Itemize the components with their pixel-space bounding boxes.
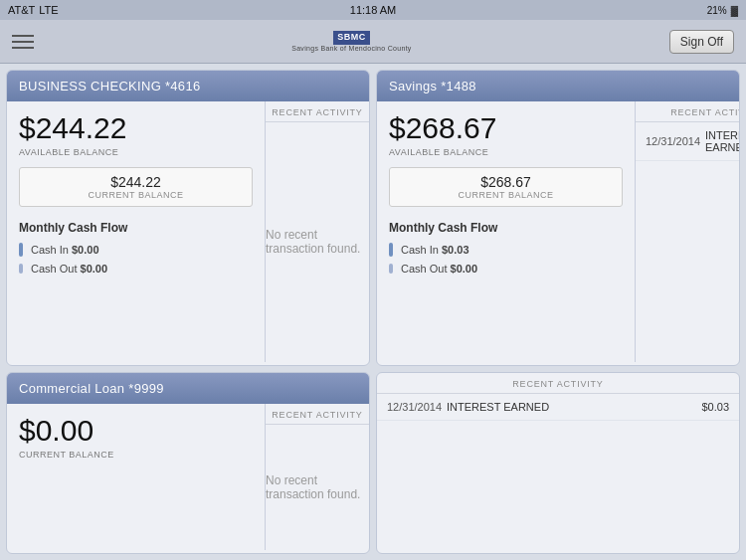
checking-current-label: CURRENT BALANCE — [30, 190, 242, 200]
savings-tr-desc-1: INTEREST EARNED — [705, 129, 740, 153]
savings-cashflow-title: Monthly Cash Flow — [389, 221, 623, 235]
loan-no-transactions: No recent transaction found. — [266, 425, 369, 551]
savings-activity-list-2: 12/31/2014 INTEREST EARNED $0.03 — [377, 394, 739, 421]
menu-line-1 — [12, 35, 34, 37]
savings-current-balance-box: $268.67 CURRENT BALANCE — [389, 167, 623, 207]
savings-left-panel: $268.67 AVAILABLE BALANCE $268.67 CURREN… — [377, 101, 636, 362]
checking-cashin-row: Cash In $0.00 — [19, 243, 253, 257]
savings-transaction-list: 12/31/2014 INTEREST EARNED $0.03 — [636, 122, 740, 362]
sign-off-button[interactable]: Sign Off — [669, 30, 734, 54]
checking-cashout-label: Cash Out — [31, 263, 77, 275]
checking-cashout-row: Cash Out $0.00 — [19, 263, 253, 275]
loan-left-panel: $0.00 CURRENT BALANCE — [7, 404, 266, 551]
savings-cashout-label: Cash Out — [401, 263, 447, 275]
menu-line-3 — [12, 47, 34, 49]
savings-cashin-value: $0.03 — [442, 244, 469, 256]
savings-available-balance: $268.67 — [389, 111, 623, 145]
network-label: LTE — [39, 4, 58, 16]
savings-act-desc-1: INTEREST EARNED — [447, 401, 701, 413]
checking-header: BUSINESS CHECKING *4616 — [7, 71, 369, 101]
loan-current-label: CURRENT BALANCE — [19, 450, 253, 460]
savings-activity-header-2: RECENT ACTIVITY — [377, 373, 739, 394]
checking-cashin-label: Cash In — [31, 244, 69, 256]
checking-cashout-value: $0.00 — [81, 263, 108, 275]
loan-card: Commercial Loan *9999 $0.00 CURRENT BALA… — [6, 372, 370, 555]
savings-card: Savings *1488 $268.67 AVAILABLE BALANCE … — [376, 70, 740, 366]
battery-label: 21% — [707, 5, 727, 16]
savings-cashout-value: $0.00 — [451, 263, 478, 275]
savings-cashin-bar — [389, 243, 393, 257]
loan-body: $0.00 CURRENT BALANCE RECENT ACTIVITY No… — [7, 404, 369, 551]
carrier-label: AT&T — [8, 4, 35, 16]
savings-activity-card: RECENT ACTIVITY 12/31/2014 INTEREST EARN… — [376, 372, 740, 555]
savings-body: $268.67 AVAILABLE BALANCE $268.67 CURREN… — [377, 101, 739, 362]
savings-tr-date-1: 12/31/2014 — [646, 135, 705, 147]
savings-activity-row-1: 12/31/2014 INTEREST EARNED $0.03 — [377, 394, 739, 421]
time-label: 11:18 AM — [350, 4, 396, 16]
savings-current-label: CURRENT BALANCE — [400, 190, 612, 200]
loan-header: Commercial Loan *9999 — [7, 373, 369, 404]
loan-current-balance: $0.00 — [19, 414, 253, 448]
savings-activity-header: RECENT ACTIVITY — [636, 101, 740, 122]
savings-header: Savings *1488 — [377, 71, 739, 101]
status-left: AT&T LTE — [8, 4, 59, 16]
checking-cashin-value: $0.00 — [72, 244, 99, 256]
savings-cashout-bar — [389, 264, 393, 274]
checking-left-panel: $244.22 AVAILABLE BALANCE $244.22 CURREN… — [7, 101, 266, 362]
logo-abbr: SBMC — [333, 31, 370, 45]
savings-current-amount: $268.67 — [400, 174, 612, 190]
logo-full-name: Savings Bank of Mendocino County — [291, 45, 412, 53]
checking-right-panel: RECENT ACTIVITY No recent transaction fo… — [266, 101, 369, 362]
checking-current-balance-box: $244.22 CURRENT BALANCE — [19, 167, 253, 207]
savings-right-panel: RECENT ACTIVITY 12/31/2014 INTEREST EARN… — [636, 101, 740, 362]
checking-available-balance: $244.22 — [19, 111, 253, 145]
savings-act-amount-1: $0.03 — [701, 401, 729, 413]
checking-no-transactions: No recent transaction found. — [266, 122, 369, 362]
app-logo: SBMC Savings Bank of Mendocino County — [291, 31, 412, 53]
savings-cashout-row: Cash Out $0.00 — [389, 263, 623, 275]
savings-cashin-row: Cash In $0.03 — [389, 243, 623, 257]
checking-body: $244.22 AVAILABLE BALANCE $244.22 CURREN… — [7, 101, 369, 362]
menu-line-2 — [12, 41, 34, 43]
nav-bar: SBMC Savings Bank of Mendocino County Si… — [0, 20, 746, 64]
checking-cashin-bar — [19, 243, 23, 257]
savings-transaction-row-1: 12/31/2014 INTEREST EARNED $0.03 — [636, 122, 740, 161]
savings-act-date-1: 12/31/2014 — [387, 401, 447, 413]
menu-button[interactable] — [12, 35, 34, 49]
battery-icon: ▓ — [731, 5, 738, 16]
status-right: 21% ▓ — [707, 5, 738, 16]
status-bar: AT&T LTE 11:18 AM 21% ▓ — [0, 0, 746, 20]
checking-card: BUSINESS CHECKING *4616 $244.22 AVAILABL… — [6, 70, 370, 366]
checking-cashout-bar — [19, 264, 23, 274]
checking-current-amount: $244.22 — [30, 174, 242, 190]
checking-available-label: AVAILABLE BALANCE — [19, 147, 253, 157]
checking-activity-header: RECENT ACTIVITY — [266, 101, 369, 122]
main-content: BUSINESS CHECKING *4616 $244.22 AVAILABL… — [0, 64, 746, 560]
savings-cashin-label: Cash In — [401, 244, 439, 256]
loan-activity-header: RECENT ACTIVITY — [266, 404, 369, 425]
checking-cashflow-title: Monthly Cash Flow — [19, 221, 253, 235]
savings-available-label: AVAILABLE BALANCE — [389, 147, 623, 157]
loan-right-panel: RECENT ACTIVITY No recent transaction fo… — [266, 404, 369, 551]
